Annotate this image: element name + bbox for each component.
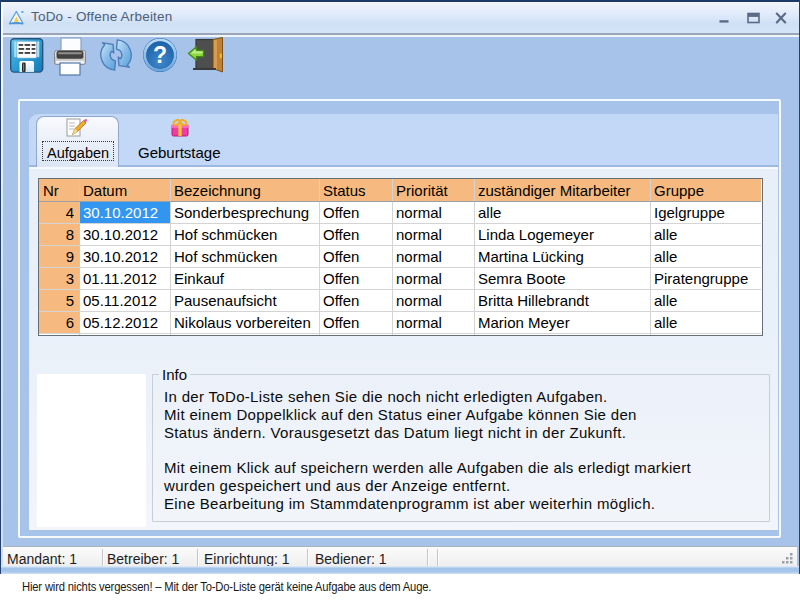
svg-text:?: ? [153,42,167,68]
